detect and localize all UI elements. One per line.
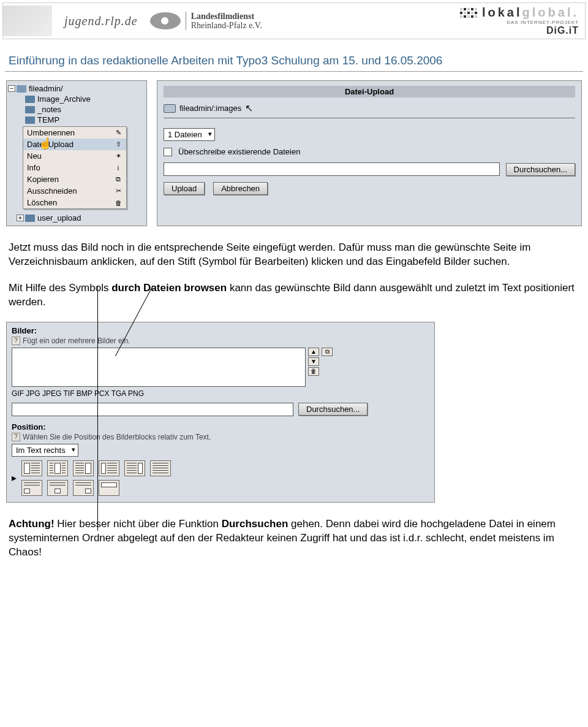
people-photo (3, 6, 52, 36)
tree-panel: − fileadmin/ Image_Archive _notes TEMP U… (6, 80, 147, 226)
arrow-right-icon: ▸ (12, 472, 17, 484)
position-heading: Position: (12, 422, 429, 432)
bilder-hint-row: ? Fügt ein oder mehrere Bilder ein. (12, 337, 429, 345)
image-list-row: ▲ ▼ 🗑 ⧉ (12, 348, 429, 387)
bilder-browse-button[interactable]: Durchsuchen... (298, 403, 368, 416)
file-count-select[interactable]: 1 Dateien (164, 128, 215, 141)
bilder-file-input[interactable] (12, 403, 293, 416)
drive-icon (164, 104, 176, 113)
tree-item[interactable]: Image_Archive (8, 94, 145, 104)
position-select[interactable]: Im Text rechts (12, 444, 78, 457)
help-icon[interactable]: ? (12, 433, 20, 441)
digit-text: DiG.iT (460, 25, 579, 36)
drive-icon (17, 85, 26, 93)
tree-item[interactable]: + user_upload (8, 213, 145, 223)
pos-opt-9[interactable] (73, 480, 94, 496)
tree-label: _notes (36, 105, 61, 114)
ctx-label: Löschen (27, 198, 57, 207)
expand-icon[interactable]: + (17, 215, 24, 221)
lokal-text: lokalglobal. (482, 6, 579, 20)
move-down-icon[interactable]: ▼ (308, 357, 319, 366)
bilder-browse-row: Durchsuchen... (12, 403, 429, 416)
move-up-icon[interactable]: ▲ (308, 348, 319, 356)
ctx-label: Info (27, 163, 40, 172)
tree-root[interactable]: − fileadmin/ (8, 83, 145, 94)
browse-button[interactable]: Durchsuchen... (506, 163, 575, 176)
position-grid: ▸ (12, 460, 429, 496)
trash-icon: 🗑 (114, 199, 123, 207)
pos-opt-4[interactable] (99, 460, 119, 476)
pos-opt-7[interactable] (21, 480, 42, 496)
callout-line-1 (97, 286, 98, 531)
rename-icon: ✎ (114, 129, 123, 137)
bilder-panel: Bilder: ? Fügt ein oder mehrere Bilder e… (6, 322, 435, 503)
help-icon[interactable]: ? (12, 337, 20, 345)
paragraph-2: Mit Hilfe des Symbols durch Dateien brow… (9, 281, 579, 310)
bilder-hint: Fügt ein oder mehrere Bilder ein. (23, 337, 130, 345)
page-title: Einführung in das redaktionelle Arbeiten… (5, 42, 583, 72)
ctx-label: Kopieren (27, 175, 59, 184)
lokal-sub: DAS INTERNET-PROJEKT (460, 20, 579, 25)
overwrite-label: Überschreibe existierende Dateien (178, 147, 300, 156)
global-word: global. (522, 6, 579, 19)
folder-icon (25, 116, 35, 124)
side-icons-2: ⧉ (322, 348, 333, 387)
upload-button[interactable]: Upload (164, 182, 205, 195)
pos-opt-6[interactable] (150, 460, 171, 476)
upload-icon: ⇧ (114, 140, 123, 149)
dots-icon (460, 8, 477, 18)
formats-text: GIF JPG JPEG TIF BMP PCX TGA PNG (12, 389, 429, 398)
para2-bold: durch Dateien browsen (111, 282, 227, 294)
ctx-info[interactable]: Info i (23, 162, 126, 173)
overwrite-row: Überschreibe existierende Dateien (164, 147, 575, 156)
pos-opt-8[interactable] (47, 480, 68, 496)
file-input-row: Durchsuchen... (164, 162, 575, 176)
cursor-arrow-icon: ↖ (245, 102, 253, 114)
durchsuchen-bold: Durchsuchen (222, 518, 288, 530)
tree-root-label: fileadmin/ (28, 84, 63, 93)
bilder-heading: Bilder: (12, 326, 429, 335)
para3-part1: Hier besser nicht über die Funktion (55, 518, 222, 530)
ctx-loeschen[interactable]: Löschen 🗑 (23, 197, 126, 208)
ctx-kopieren[interactable]: Kopieren ⧉ (23, 173, 126, 185)
paragraph-1: Jetzt muss das Bild noch in die entsprec… (9, 241, 579, 269)
ctx-label: Umbenennen (27, 128, 75, 137)
file-count-row: 1 Dateien (164, 128, 575, 141)
cancel-button[interactable]: Abbrechen (213, 182, 268, 195)
side-icons: ▲ ▼ 🗑 (308, 348, 319, 387)
ctx-ausschneiden[interactable]: Ausschneiden ✂ (23, 185, 126, 197)
collapse-icon[interactable]: − (8, 85, 15, 92)
pos-opt-1[interactable] (21, 460, 42, 476)
lfd-line1: Landesfilmdienst (191, 12, 262, 21)
pos-opt-2[interactable] (47, 460, 68, 476)
pos-opt-3[interactable] (73, 460, 94, 476)
lfd-line2: Rheinland-Pfalz e.V. (191, 21, 262, 30)
position-hint-row: ? Wählen Sie die Position des Bilderbloc… (12, 433, 429, 441)
ctx-neu[interactable]: Neu ✶ (23, 150, 126, 162)
tree-item[interactable]: TEMP (8, 115, 145, 125)
position-hint: Wählen Sie die Position des Bilderblocks… (23, 433, 211, 441)
typo3-frame: − fileadmin/ Image_Archive _notes TEMP U… (6, 80, 582, 226)
info-icon: i (114, 164, 123, 172)
folder-icon (25, 96, 35, 103)
tree-label: user_upload (36, 213, 81, 223)
cut-icon: ✂ (114, 187, 123, 196)
pos-opt-10[interactable] (99, 480, 119, 496)
file-path-input[interactable] (164, 162, 500, 176)
pos-opt-5[interactable] (124, 460, 145, 476)
achtung-bold: Achtung! (9, 518, 55, 530)
tree-item[interactable]: _notes (8, 104, 145, 115)
lokal-word: lokal (482, 6, 522, 19)
para2-part1: Mit Hilfe des Symbols (9, 282, 111, 294)
browse-files-icon[interactable]: ⧉ (322, 348, 333, 356)
tree-label: TEMP (36, 115, 59, 124)
action-buttons-row: Upload Abbrechen (164, 182, 575, 195)
upload-panel-title: Datei-Upload (164, 86, 575, 97)
jugend-text: jugend.rlp.de (64, 14, 138, 28)
logo-lfd: Landesfilmdienst Rheinland-Pfalz e.V. (150, 12, 262, 31)
path-row: fileadmin/:images ↖ (164, 101, 575, 118)
folder-icon (25, 106, 35, 113)
overwrite-checkbox[interactable] (164, 148, 172, 156)
delete-icon[interactable]: 🗑 (308, 367, 319, 376)
image-list-box[interactable] (12, 348, 306, 387)
